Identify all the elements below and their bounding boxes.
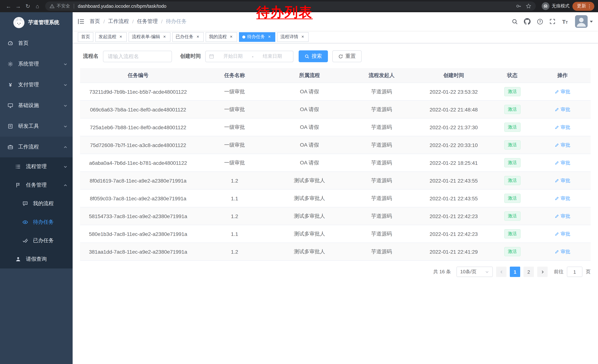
security-indicator[interactable]: 不安全 [50,3,70,9]
tab-close-icon[interactable]: × [229,34,234,40]
edit-pencil-icon [555,161,559,165]
address-bar[interactable]: 不安全 dashboard.yudao.iocoder.cn/bpm/task/… [45,1,536,11]
table-row: 75d72608-7b7f-11ec-a3c8-acde48001122 一级审… [80,136,590,154]
sidebar-item-my-process[interactable]: 我的流程 [0,194,73,213]
sidebar-item-label: 系统管理 [18,61,39,67]
home-icon[interactable]: ⌂ [33,1,42,11]
workflow-submenu: 流程管理 任务管理 我的流程 [0,157,73,268]
page-button-2[interactable]: 2 [523,267,534,277]
chevron-down-icon [63,62,67,66]
sidebar-collapse-icon[interactable] [73,12,90,31]
tab-close-icon[interactable]: × [195,34,200,40]
page-button-1[interactable]: 1 [510,267,520,277]
breadcrumb-home[interactable]: 首页 [90,18,100,25]
approve-link[interactable]: 审批 [555,213,570,219]
main-area: 首页 / 工作流程 / 任务管理 / 待办任务 ? [73,12,598,364]
sidebar-item-process-mgmt[interactable]: 流程管理 [0,157,73,176]
approve-link[interactable]: 审批 [555,195,570,202]
chevron-up-icon [63,183,67,187]
sidebar-item-workflow[interactable]: 工作流程 [0,137,73,157]
tab-item[interactable]: 首页 [78,32,93,42]
top-navbar: 首页 / 工作流程 / 任务管理 / 待办任务 ? [73,12,598,31]
cell-task-id: 58154733-7ac8-11ec-a9e2-a2380e71991a [80,213,196,219]
sidebar: 芋道管理系统 首页 系统管理 ¥ 支付管理 [0,12,73,364]
cell-status: 激活 [490,105,534,114]
reset-button[interactable]: 重置 [332,50,362,62]
cell-process: OA 请假 [273,124,346,130]
tab-item[interactable]: 发起流程× [95,32,127,42]
tab-close-icon[interactable]: × [162,34,167,40]
tab-item[interactable]: 我的流程× [206,32,237,42]
tab-active[interactable]: 待办任务× [239,32,275,42]
page-size-select[interactable]: 10条/页 [457,267,493,277]
approve-link[interactable]: 审批 [555,106,570,113]
prev-page-button[interactable] [496,267,507,277]
cell-initiator: 芋道源码 [346,248,417,255]
tab-close-icon[interactable]: × [267,34,272,40]
github-icon[interactable] [521,12,533,31]
breadcrumb-task-mgmt[interactable]: 任务管理 [137,18,158,25]
start-date-placeholder[interactable]: 开始日期 [216,53,250,60]
gear-icon [8,61,13,67]
approve-link[interactable]: 审批 [555,88,570,95]
browser-update-button[interactable]: 更新 ⋮ [573,2,594,11]
chevron-down-icon [63,124,67,128]
user-menu[interactable] [575,15,593,28]
sidebar-item-infra[interactable]: 基础设施 [0,95,73,116]
edit-pencil-icon [555,214,559,218]
tab-close-icon[interactable]: × [300,34,305,40]
end-date-placeholder[interactable]: 结束日期 [255,53,290,60]
pagination: 共 16 条 10条/页 1 2 前往 页 [80,267,590,284]
bookmark-star-icon[interactable] [526,3,531,9]
cell-actions: 审批 [534,195,590,202]
sidebar-item-payment[interactable]: ¥ 支付管理 [0,74,73,95]
approve-link-label: 审批 [561,195,570,202]
password-key-icon[interactable] [516,3,521,9]
help-icon[interactable]: ? [533,12,546,31]
tab-label: 流程表单-编辑 [132,34,160,40]
forward-icon[interactable]: → [13,1,23,11]
font-size-icon[interactable]: TT [559,12,571,31]
tab-item[interactable]: 流程详情× [277,32,309,42]
approve-link[interactable]: 审批 [555,231,570,237]
breadcrumb-workflow[interactable]: 工作流程 [108,18,129,25]
cell-status: 激活 [490,122,534,132]
col-initiator: 流程发起人 [346,72,417,79]
tab-close-icon[interactable]: × [118,34,123,40]
approve-link[interactable]: 审批 [555,159,570,166]
table-row: 381aa1dd-7ac8-11ec-a9e2-a2380e71991a 1.2… [80,243,590,261]
incognito-label: 无痕模式 [552,3,569,9]
next-page-button[interactable] [537,267,548,277]
status-badge: 激活 [504,122,520,132]
chat-icon [22,201,28,207]
sidebar-item-done-tasks[interactable]: 已办任务 [0,231,73,250]
reload-icon[interactable]: ↻ [23,1,33,11]
approve-link[interactable]: 审批 [555,177,570,184]
tab-item[interactable]: 已办任务× [172,32,204,42]
browser-menu-icon[interactable]: ⋮ [586,3,593,9]
sidebar-item-task-mgmt[interactable]: 任务管理 [0,176,73,194]
tab-item[interactable]: 流程表单-编辑× [129,32,170,42]
sidebar-item-leave-query[interactable]: 请假查询 [0,250,73,268]
tab-label: 已办任务 [176,34,193,40]
sidebar-item-home[interactable]: 首页 [0,33,73,54]
incognito-chip[interactable]: 无痕模式 [542,2,569,10]
approve-link[interactable]: 审批 [555,124,570,130]
goto-page-input[interactable] [567,267,582,277]
sidebar-item-system[interactable]: 系统管理 [0,54,73,74]
date-range-picker[interactable]: 开始日期 - 结束日期 [205,50,293,62]
approve-link[interactable]: 审批 [555,142,570,148]
sidebar-item-devtools[interactable]: 研发工具 [0,116,73,137]
tab-label: 流程详情 [281,34,298,40]
fullscreen-icon[interactable] [546,12,559,31]
approve-link[interactable]: 审批 [555,248,570,255]
app-logo[interactable]: 芋道管理系统 [0,12,73,33]
cell-task-name: 一级审批 [196,159,273,166]
search-button[interactable]: 搜索 [299,50,328,62]
chevron-up-icon [63,145,67,149]
back-icon[interactable]: ← [4,1,13,11]
flag-icon [15,182,21,188]
process-name-input[interactable] [103,50,172,62]
search-icon[interactable] [508,12,521,31]
sidebar-item-todo-tasks[interactable]: 待办任务 [0,213,73,231]
